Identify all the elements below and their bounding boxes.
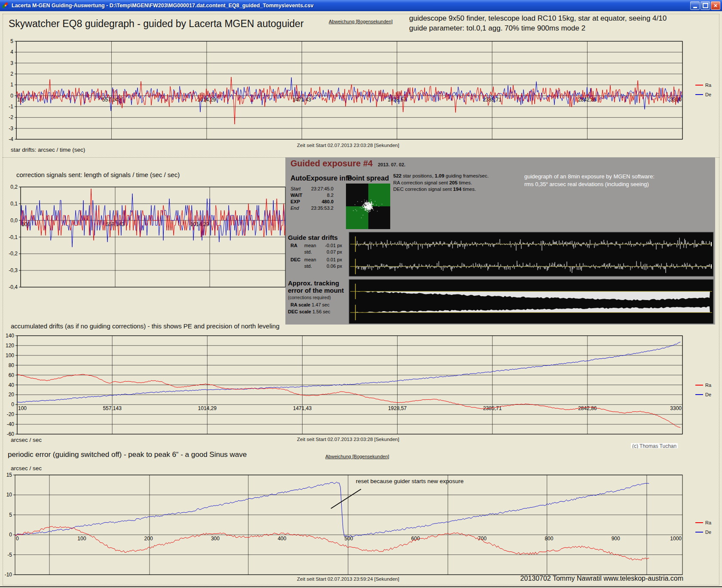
correction-signals-chart bbox=[21, 187, 285, 287]
guide-star-drifts-heading: Guide star drifts bbox=[288, 234, 338, 241]
window-bottom-edge bbox=[0, 586, 722, 587]
autoexposure-table: Start23:27:45.0 WAIT8.2 EXP480.0 End23:3… bbox=[291, 186, 333, 211]
app-window: Lacerta M-GEN Guiding-Auswertung - D:\Te… bbox=[0, 0, 722, 588]
autoexposure-heading: AutoExposure info bbox=[291, 175, 352, 182]
abweichung-link-2[interactable]: Abweichung [Bogensekunden] bbox=[325, 454, 389, 459]
guided-exposure-panel: Guided exposure #4 2013. 07. 02. AutoExp… bbox=[285, 157, 715, 325]
close-button[interactable]: ✕ bbox=[711, 1, 720, 10]
pointspread-heading: Point spread bbox=[347, 175, 389, 182]
chart4-title: periodic error (guiding switched off) - … bbox=[8, 450, 247, 459]
page-title: Skywatcher EQ8 guidegraph - guided by La… bbox=[9, 18, 304, 30]
abweichung-link[interactable]: Abweichung [Bogensekunden] bbox=[329, 19, 393, 24]
reset-annotation: reset because guider starts new exposure bbox=[356, 478, 464, 484]
ps-quadrant bbox=[346, 184, 368, 206]
title-bar[interactable]: Lacerta M-GEN Guiding-Auswertung - D:\Te… bbox=[0, 0, 722, 11]
exposure-row-start: Start23:27:45.0 bbox=[291, 186, 333, 192]
ra-scale-row: RA scale 1.47 sec bbox=[291, 302, 330, 308]
credit-clipped: (c) Thomas Tuchan bbox=[631, 443, 678, 448]
chart3-xlabel: Zeit seit Start 02.07.2013 23:03:28 [Sek… bbox=[241, 437, 456, 442]
legend-ra: Ra bbox=[695, 383, 711, 388]
chart4-ylabel: arcsec / sec bbox=[11, 465, 42, 472]
chart3-ylabel: arcsec / sec bbox=[11, 437, 42, 443]
exposure-row-wait: WAIT8.2 bbox=[291, 192, 333, 199]
credit: 20130702 Tommy Nawratil www.teleskop-aus… bbox=[494, 575, 683, 582]
ps-quadrant bbox=[346, 206, 368, 229]
chart4-xlabel: Zeit seit Start 02.07.2013 23:59:24 [Sek… bbox=[241, 576, 456, 582]
legend-de: De bbox=[695, 530, 711, 535]
point-spread-image bbox=[346, 184, 390, 229]
star-drifts-chart bbox=[16, 41, 682, 139]
accumulated-drifts-chart bbox=[17, 336, 682, 434]
chart2-title: correction signals sent: length of signa… bbox=[16, 171, 180, 178]
de-line-swatch bbox=[695, 532, 703, 533]
rms-note: guidegraph of an 8min exposure by MGEN s… bbox=[524, 173, 655, 188]
de-line-swatch bbox=[695, 94, 703, 95]
periodic-error-chart bbox=[15, 475, 682, 575]
tracking-heading-line1: Approx. tracking bbox=[288, 279, 339, 287]
chart4-legend: Ra De bbox=[695, 520, 711, 535]
tracking-sub: (corrections required) bbox=[288, 295, 331, 300]
chart1-caption: star drifts: arcsec / time (sec) bbox=[11, 147, 85, 153]
stats-line1: 522 star positions, 1.09 guiding frames/… bbox=[393, 173, 489, 180]
chart3-title: accumulated drifts (as if no guiding cor… bbox=[11, 322, 279, 330]
maximize-button[interactable] bbox=[701, 1, 710, 10]
chart1-xlabel: Zeit seit Start 02.07.2013 23:03:28 [Sek… bbox=[241, 143, 456, 148]
setup-info-line2: guide parameter: tol.0,1 agg. 70% time 9… bbox=[409, 24, 585, 33]
tracking-heading-line2: error of the mount bbox=[288, 287, 344, 294]
chart3-legend: Ra De bbox=[695, 383, 711, 397]
de-line-swatch bbox=[695, 394, 703, 395]
dec-scale-row: DEC scale 1.56 sec bbox=[288, 309, 330, 315]
exposure-row-end: End23:35:53.2 bbox=[291, 205, 333, 211]
ra-line-swatch bbox=[695, 85, 703, 86]
chart1-legend: Ra De bbox=[695, 83, 711, 97]
setup-info-line1: guidescope 9x50 finder, telescope load R… bbox=[409, 14, 667, 23]
legend-de: De bbox=[695, 392, 711, 397]
legend-de: De bbox=[695, 92, 711, 97]
guide-star-drifts-table: RAmean-0.01 px std.0.07 px DECmean0.01 p… bbox=[289, 242, 342, 269]
legend-ra: Ra bbox=[695, 520, 711, 525]
app-icon bbox=[2, 2, 9, 9]
minimize-icon bbox=[693, 7, 697, 8]
ps-quadrant bbox=[368, 184, 391, 206]
ra-line-swatch bbox=[695, 385, 703, 386]
ra-line-swatch bbox=[695, 522, 703, 523]
legend-ra: Ra bbox=[695, 83, 711, 88]
ps-quadrant bbox=[368, 206, 391, 229]
panel-title: Guided exposure #4 bbox=[291, 159, 373, 168]
window-title: Lacerta M-GEN Guiding-Auswertung - D:\Te… bbox=[12, 3, 313, 9]
minimize-button[interactable] bbox=[690, 1, 700, 10]
maximize-icon bbox=[703, 3, 708, 8]
panel-date: 2013. 07. 02. bbox=[378, 162, 405, 167]
stats-line3: DEC correction signal sent 194 times. bbox=[393, 186, 489, 193]
stats-line2: RA correction signal sent 205 times. bbox=[393, 180, 489, 187]
close-icon: ✕ bbox=[713, 3, 717, 9]
exposure-row-exp: EXP480.0 bbox=[291, 199, 333, 205]
guiding-stats: 522 star positions, 1.09 guiding frames/… bbox=[393, 173, 489, 193]
